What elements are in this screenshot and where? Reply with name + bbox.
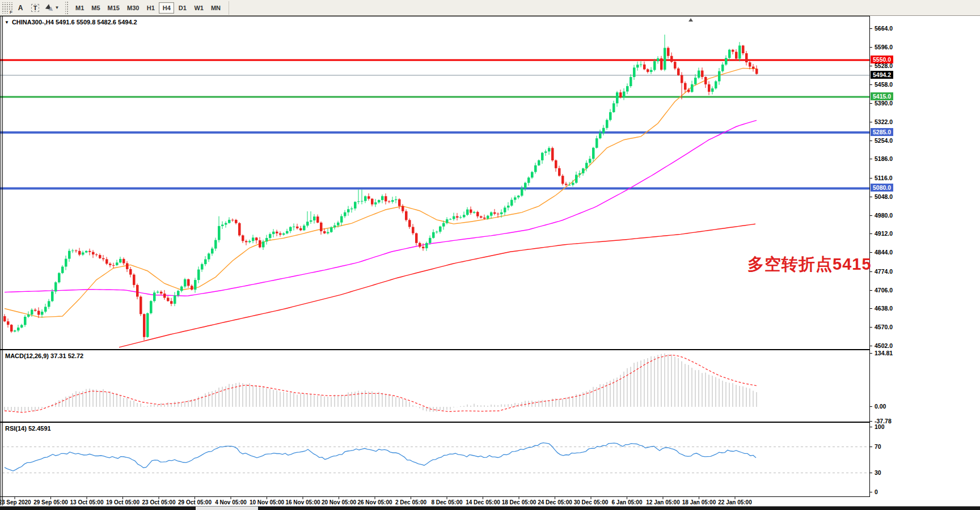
date-axis[interactable]: 23 Sep 202029 Sep 05:0013 Oct 05:0019 Oc… <box>0 497 980 506</box>
timeframe-group: M1M5M15M30H1H4D1W1MN <box>72 2 224 14</box>
price-tick: 4570.0 <box>875 324 893 330</box>
price-tick: 4502.0 <box>875 342 893 349</box>
price-tick-dash <box>870 290 872 291</box>
bottom-bar-segment <box>196 507 258 510</box>
svg-text:10 Nov 05:00: 10 Nov 05:00 <box>250 499 285 505</box>
price-tick: 5664.0 <box>875 25 893 32</box>
svg-text:29 Sep 05:00: 29 Sep 05:00 <box>33 499 68 505</box>
macd-tick-dash <box>870 421 872 422</box>
chart-title-text: CHINA300-,H4 5491.6 5509.8 5482.6 5494.2 <box>12 19 137 26</box>
mt4-window: F A T ▼ M1M5M15M30H1H4D1W1MN ▼ CHINA300-… <box>0 0 980 510</box>
svg-text:24 Dec 05:00: 24 Dec 05:00 <box>538 499 572 505</box>
toolbar: F A T ▼ M1M5M15M30H1H4D1W1MN <box>0 0 980 16</box>
chart-title: ▼ CHINA300-,H4 5491.6 5509.8 5482.6 5494… <box>5 19 137 26</box>
timeframe-m30[interactable]: M30 <box>124 2 142 14</box>
price-tick-dash <box>870 197 872 197</box>
svg-text:23 Sep 2020: 23 Sep 2020 <box>0 499 31 505</box>
level-badge-5415.0: 5415.0 <box>871 92 893 100</box>
price-chart-surface[interactable] <box>0 17 869 350</box>
chevron-down-icon: ▼ <box>55 5 60 10</box>
timeframe-h4[interactable]: H4 <box>159 2 174 14</box>
price-tick: 4638.0 <box>875 305 893 312</box>
price-tick-dash <box>870 103 872 104</box>
price-axis[interactable]: 5664.05596.05528.05458.05390.05322.05254… <box>869 16 980 497</box>
price-tick: 5048.0 <box>875 193 893 200</box>
timeframe-m1[interactable]: M1 <box>72 2 87 14</box>
rsi-tick-dash <box>870 473 872 473</box>
price-tick: 5186.0 <box>875 155 893 162</box>
svg-text:18 Dec 05:00: 18 Dec 05:00 <box>502 499 537 505</box>
price-tick-dash <box>870 215 872 216</box>
macd-tick-dash <box>870 353 872 354</box>
price-chart-panel: ▼ CHINA300-,H4 5491.6 5509.8 5482.6 5494… <box>0 16 869 350</box>
rsi-surface[interactable] <box>0 423 869 497</box>
price-tick: 5116.0 <box>875 175 893 181</box>
price-tick-dash <box>870 141 872 141</box>
svg-text:2 Dec 05:00: 2 Dec 05:00 <box>395 499 426 505</box>
svg-text:12 Jan 05:00: 12 Jan 05:00 <box>646 499 680 505</box>
macd-label: MACD(12,26,9) 37.31 52.72 <box>5 352 83 359</box>
macd-tick: 0.00 <box>875 403 886 410</box>
toolbar-separator <box>229 1 229 15</box>
toolbar-separator-grip <box>65 2 69 14</box>
price-tick: 4912.0 <box>875 230 893 237</box>
svg-text:14 Dec 05:00: 14 Dec 05:00 <box>466 499 500 505</box>
price-tick: 5596.0 <box>875 44 893 50</box>
rsi-tick: 30 <box>875 469 881 476</box>
rsi-tick-dash <box>870 447 872 447</box>
price-tick: 4774.0 <box>875 268 893 275</box>
svg-text:13 Oct 05:00: 13 Oct 05:00 <box>70 499 104 505</box>
rsi-tick: 0 <box>875 488 878 495</box>
svg-text:16 Nov 05:00: 16 Nov 05:00 <box>285 499 320 505</box>
svg-text:23 Oct 05:00: 23 Oct 05:00 <box>142 499 176 505</box>
cursor-style-button[interactable]: ▼ <box>43 2 62 14</box>
macd-surface[interactable] <box>0 351 869 422</box>
timeframe-w1[interactable]: W1 <box>191 2 207 14</box>
timeframe-d1[interactable]: D1 <box>175 2 190 14</box>
price-tick-dash <box>870 122 872 122</box>
svg-text:4 Nov 05:00: 4 Nov 05:00 <box>215 499 247 505</box>
rsi-tick-dash <box>870 427 872 427</box>
price-tick-dash <box>870 84 872 85</box>
price-tick: 5458.0 <box>875 81 893 88</box>
timeframe-m5[interactable]: M5 <box>88 2 103 14</box>
annotate-a-button[interactable]: A <box>14 2 27 14</box>
rsi-panel: RSI(14) 52.4591 <box>0 422 869 497</box>
level-badge-5080.0: 5080.0 <box>871 184 893 192</box>
svg-text:18 Jan 05:00: 18 Jan 05:00 <box>682 499 716 505</box>
toolbar-grip-icon: F <box>1 2 12 14</box>
current-price-badge: 5494.2 <box>871 71 893 79</box>
price-tick-dash <box>870 308 872 309</box>
price-tick-dash <box>870 159 872 159</box>
macd-tick-dash <box>870 406 872 407</box>
price-tick-dash <box>870 47 872 48</box>
macd-panel: MACD(12,26,9) 37.31 52.72 <box>0 350 869 422</box>
svg-text:30 Dec 05:00: 30 Dec 05:00 <box>574 499 609 505</box>
svg-text:22 Jan 05:00: 22 Jan 05:00 <box>718 499 752 505</box>
triangle-down-icon: ▼ <box>5 20 9 25</box>
svg-text:6 Jan 05:00: 6 Jan 05:00 <box>612 499 643 505</box>
chart-annotation: 多空转折点5415 <box>747 253 872 276</box>
timeframe-m15[interactable]: M15 <box>104 2 123 14</box>
rsi-tick: 70 <box>875 443 881 450</box>
bottom-bar <box>0 506 980 510</box>
rsi-tick: 100 <box>875 423 885 430</box>
svg-text:20 Nov 05:00: 20 Nov 05:00 <box>322 499 357 505</box>
timeframe-mn[interactable]: MN <box>208 2 224 14</box>
macd-tick: 134.81 <box>875 350 893 356</box>
price-tick: 4980.0 <box>875 212 893 219</box>
rsi-label: RSI(14) 52.4591 <box>5 425 51 432</box>
price-tick: 4706.0 <box>875 287 893 294</box>
price-tick-dash <box>870 233 872 234</box>
svg-text:29 Oct 05:00: 29 Oct 05:00 <box>178 499 212 505</box>
price-tick-dash <box>870 66 872 66</box>
svg-text:8 Dec 05:00: 8 Dec 05:00 <box>431 499 462 505</box>
timeframe-h1[interactable]: H1 <box>143 2 158 14</box>
price-tick-dash <box>870 327 872 328</box>
text-label-button[interactable]: T <box>28 2 42 14</box>
svg-text:19 Oct 05:00: 19 Oct 05:00 <box>106 499 140 505</box>
svg-text:26 Nov 05:00: 26 Nov 05:00 <box>357 499 392 505</box>
price-tick: 4844.0 <box>875 249 893 256</box>
level-badge-5550.0: 5550.0 <box>871 56 893 63</box>
price-tick-dash <box>870 346 872 346</box>
